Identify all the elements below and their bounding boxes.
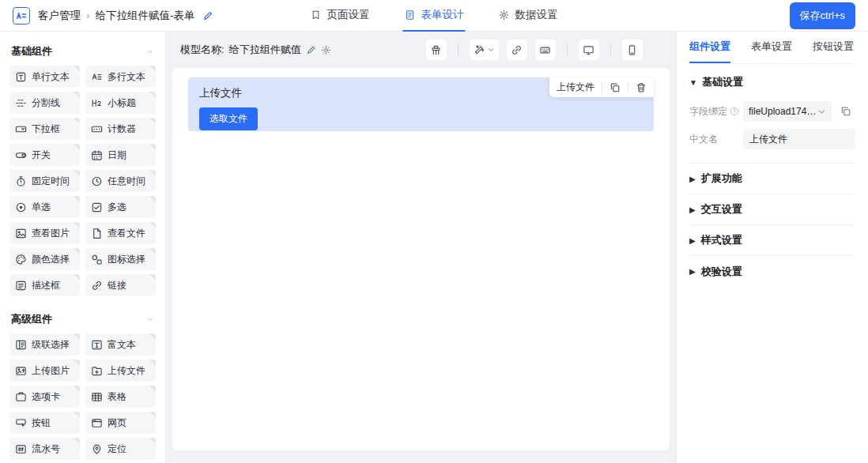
field-binding-label: 字段绑定 [689, 105, 743, 119]
select-icon [15, 123, 27, 135]
section-interaction-settings[interactable]: ▶ 交互设置 [689, 194, 855, 225]
component-item-any-time[interactable]: 任意时间 [85, 170, 156, 192]
section-header[interactable]: 基础组件 [9, 40, 156, 66]
component-item-icon-picker[interactable]: 图标选择 [85, 248, 156, 270]
icon-picker-icon [91, 254, 103, 265]
section-validation-settings[interactable]: ▶ 校验设置 [689, 256, 855, 287]
copy-component-icon[interactable] [609, 82, 621, 93]
tab-form-design[interactable]: 表单设计 [403, 0, 466, 32]
form-design-area[interactable]: 上传文件 选取文件 上传文件 [172, 68, 670, 450]
component-item-single-line-text[interactable]: 单行文本 [9, 66, 80, 88]
mobile-preview-icon [626, 44, 638, 56]
clear-canvas-icon [430, 44, 442, 56]
edit-title-icon[interactable] [202, 10, 213, 21]
view-image-icon [15, 228, 27, 239]
toolbar-divider [567, 43, 568, 56]
upload-file-icon [91, 365, 103, 377]
basic-settings-header[interactable]: ▼ 基础设置 [689, 64, 855, 94]
component-item-date[interactable]: 日期 [85, 144, 156, 166]
section-style-settings[interactable]: ▶ 样式设置 [689, 225, 855, 256]
mobile-preview-button[interactable] [622, 40, 643, 60]
link-button[interactable] [507, 40, 527, 60]
component-item-tab-card[interactable]: 选项卡 [9, 386, 80, 408]
component-item-radio[interactable]: 单选 [9, 196, 80, 218]
help-icon[interactable] [730, 107, 739, 116]
copy-field-binding-icon[interactable] [836, 102, 855, 121]
section-extended-features[interactable]: ▶ 扩展功能 [689, 164, 855, 194]
basic-settings-title: 基础设置 [702, 75, 743, 89]
upload-image-icon [15, 365, 27, 377]
component-item-upload-image[interactable]: 上传图片 [9, 359, 80, 382]
clear-canvas-button[interactable] [426, 40, 447, 60]
component-item-location[interactable]: 定位 [85, 438, 156, 460]
save-button[interactable]: 保存ctrl+s [790, 2, 855, 29]
field-binding-select[interactable]: fileUpload17440770 [743, 101, 832, 122]
breadcrumb-root[interactable]: 客户管理 [38, 9, 81, 23]
component-item-select[interactable]: 下拉框 [9, 118, 80, 140]
edit-model-name-icon[interactable] [306, 45, 316, 55]
tab-page-settings[interactable]: 页面设置 [309, 0, 372, 32]
component-item-multi-line-text[interactable]: 多行文本 [85, 66, 156, 88]
rich-text-icon [91, 339, 103, 351]
selected-component-file-upload[interactable]: 上传文件 选取文件 上传文件 [188, 77, 654, 131]
model-name-label: 模型名称: [180, 43, 225, 57]
document-icon [405, 9, 416, 21]
date-icon [91, 149, 103, 161]
model-name-row: 模型名称: 给下拉组件赋值 [180, 43, 331, 57]
color-picker-icon [15, 254, 27, 265]
component-item-table[interactable]: 表格 [85, 386, 156, 408]
chevron-down-icon [487, 46, 495, 54]
divider-icon [15, 97, 27, 109]
component-item-view-image[interactable]: 查看图片 [9, 222, 80, 244]
radio-icon [15, 201, 27, 213]
desktop-preview-button[interactable] [579, 40, 599, 60]
delete-component-icon[interactable] [636, 82, 647, 93]
component-item-description[interactable]: 描述框 [9, 274, 80, 296]
tab-form-settings[interactable]: 表单设置 [751, 32, 792, 63]
component-item-color-picker[interactable]: 颜色选择 [9, 248, 80, 270]
desktop-preview-icon [583, 44, 594, 56]
chinese-name-row: 中文名 [689, 129, 855, 149]
component-item-fixed-time[interactable]: 固定时间 [9, 170, 80, 192]
component-item-upload-file[interactable]: 上传文件 [85, 359, 156, 382]
tab-component-settings[interactable]: 组件设置 [689, 32, 730, 63]
breadcrumb-current: 给下拉组件赋值-表单 [96, 9, 195, 23]
shortcut-keys-button[interactable] [535, 40, 556, 60]
app-logo-icon[interactable] [13, 7, 30, 24]
tab-data-settings[interactable]: 数据设置 [497, 0, 560, 32]
shortcut-keys-icon [539, 44, 551, 56]
counter-icon [91, 123, 103, 135]
component-item-view-file[interactable]: 查看文件 [85, 222, 156, 244]
component-item-counter[interactable]: 计数器 [85, 118, 156, 140]
component-item-checkbox[interactable]: 多选 [85, 196, 156, 218]
component-item-subtitle[interactable]: 小标题 [85, 92, 156, 114]
chevron-down-icon [817, 107, 826, 116]
settings-panel-tabs: 组件设置 表单设置 按钮设置 [689, 32, 855, 64]
chinese-name-input[interactable] [743, 129, 855, 149]
component-item-rich-text[interactable]: 富文本 [85, 333, 156, 356]
overlay-divider [628, 83, 628, 92]
magic-wand-button[interactable] [470, 40, 499, 60]
component-overlay-toolbar: 上传文件 [549, 77, 654, 97]
description-icon [15, 280, 27, 292]
component-item-cascade-select[interactable]: 级联选择 [9, 333, 80, 356]
breadcrumb: 客户管理 › 给下拉组件赋值-表单 [38, 9, 213, 23]
mode-tabs: 页面设置 表单设计 数据设置 [309, 0, 560, 32]
top-bar: 客户管理 › 给下拉组件赋值-表单 页面设置 表单设计 数据设置 保存ctrl+… [0, 0, 868, 32]
component-item-switch[interactable]: 开关 [9, 144, 80, 166]
multi-line-text-icon [91, 71, 103, 83]
component-item-serial-number[interactable]: 流水号 [9, 438, 80, 460]
tab-button-settings[interactable]: 按钮设置 [813, 32, 854, 63]
component-item-webpage[interactable]: 网页 [85, 412, 156, 434]
tab-card-icon [15, 391, 27, 403]
magic-wand-icon [474, 44, 485, 56]
component-item-button[interactable]: 按钮 [9, 412, 80, 434]
choose-file-button[interactable]: 选取文件 [199, 107, 258, 130]
view-file-icon [91, 228, 103, 239]
component-item-link[interactable]: 链接 [85, 274, 156, 296]
serial-number-icon [15, 443, 27, 455]
webpage-icon [91, 417, 103, 429]
section-header[interactable]: 高级组件 [9, 307, 156, 333]
model-settings-gear-icon[interactable] [321, 45, 331, 55]
component-item-divider[interactable]: 分割线 [9, 92, 80, 114]
